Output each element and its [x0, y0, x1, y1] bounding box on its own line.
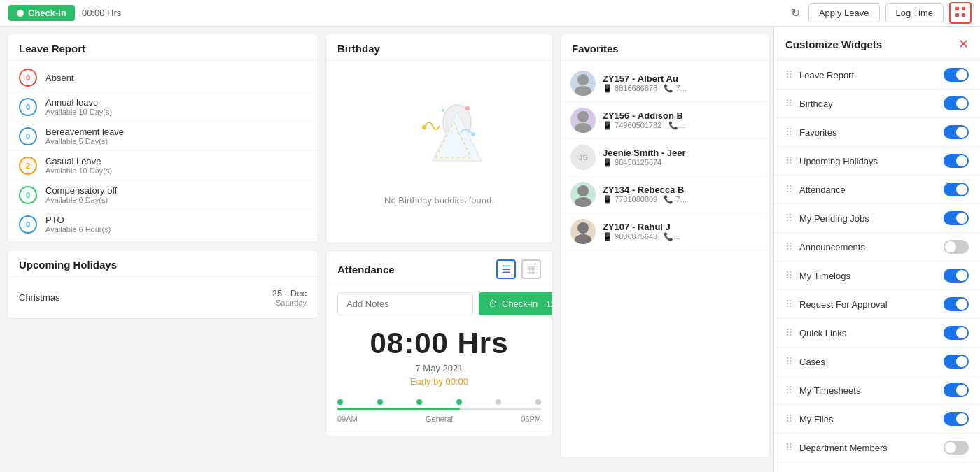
avatar [570, 71, 596, 96]
widget-toggle-favorites[interactable] [944, 125, 969, 139]
list-item: 0 PTO Available 6 Hour(s) [8, 210, 318, 239]
svg-marker-6 [433, 112, 482, 161]
widget-item-left: ⠿ Attendance [785, 184, 846, 195]
widget-label: Announcements [799, 242, 865, 252]
leave-name: Casual Leave [46, 156, 307, 166]
drag-icon: ⠿ [785, 356, 792, 367]
notes-input[interactable] [337, 292, 473, 315]
refresh-icon[interactable]: ↻ [788, 3, 803, 22]
attendance-early-tag: Early by 00:00 [337, 376, 541, 387]
widget-toggle-timelogs[interactable] [944, 269, 969, 283]
list-item: 0 Annual leave Available 10 Day(s) [8, 92, 318, 122]
widget-toggle-upcoming-holidays[interactable] [944, 154, 969, 168]
checkin-action-button[interactable]: ⏱ Check-in 11:51:02 am [479, 292, 553, 315]
checkin-action-label: Check-in [502, 299, 538, 309]
fav-contact: 📱 98458125674 [603, 158, 760, 167]
leave-available: Available 0 Day(s) [46, 196, 307, 204]
fav-name: ZY134 - Rebecca B [603, 185, 760, 195]
leave-badge-bereavement: 0 [19, 127, 37, 145]
fav-contact: 📱 9836875643 📞... [603, 232, 760, 241]
attendance-list-view-button[interactable]: ☰ [496, 259, 516, 279]
widget-label: Attendance [799, 185, 846, 195]
list-item[interactable]: ZY156 - Addison B 📱 74960501782 📞... [561, 102, 769, 139]
svg-rect-3 [962, 13, 965, 17]
widget-item-left: ⠿ Leave Report [785, 69, 854, 80]
widget-item-department-members: ⠿ Department Members [774, 434, 980, 462]
holiday-date-day: Saturday [272, 299, 307, 307]
svg-point-9 [471, 132, 475, 136]
widget-toggle-attendance[interactable] [944, 183, 969, 196]
leave-name: Bereavement leave [46, 127, 307, 137]
timeline-dots [337, 399, 541, 405]
widget-toggle-department-members[interactable] [944, 441, 969, 455]
leave-info: Absent [46, 73, 307, 83]
widget-toggle-pending-jobs[interactable] [944, 211, 969, 225]
avatar [570, 219, 596, 244]
svg-point-18 [578, 222, 589, 234]
widget-toggle-request-approval[interactable] [944, 297, 969, 311]
widget-toggle-my-files[interactable] [944, 412, 969, 426]
widget-toggle-quick-links[interactable] [944, 326, 969, 340]
widget-item-timelogs: ⠿ My Timelogs [774, 262, 980, 290]
attendance-calendar-view-button[interactable]: ▦ [522, 259, 541, 279]
list-item[interactable]: ZY107 - Rahul J 📱 9836875643 📞... [561, 213, 769, 250]
widget-label: Upcoming Holidays [799, 156, 878, 166]
clock-icon: ⏱ [489, 299, 498, 309]
widget-item-left: ⠿ My Timelogs [785, 270, 850, 281]
topbar: Check-in 00:00 Hrs ↻ Apply Leave Log Tim… [0, 0, 980, 27]
apply-leave-button[interactable]: Apply Leave [808, 3, 880, 22]
widget-item-timesheets: ⠿ My Timesheets [774, 376, 980, 405]
customize-widgets-button[interactable] [949, 2, 972, 24]
list-item[interactable]: ZY134 - Rebecca B 📱 7781080809 📞 7... [561, 176, 769, 213]
widget-toggle-birthday[interactable] [944, 96, 969, 110]
widget-label: Leave Report [799, 70, 854, 80]
leave-info: PTO Available 6 Hour(s) [46, 215, 307, 234]
widget-toggle-timesheets[interactable] [944, 383, 969, 397]
close-icon[interactable]: ✕ [958, 36, 969, 52]
widget-toggle-cases[interactable] [944, 355, 969, 369]
birthday-illustration [391, 98, 489, 184]
main-content: Leave Report 0 Absent 0 Annual leave Ava… [0, 27, 980, 472]
svg-rect-1 [962, 7, 965, 10]
svg-point-13 [575, 86, 592, 96]
svg-point-12 [578, 74, 589, 85]
timeline-labels: 09AM General 06PM [337, 415, 541, 423]
customize-header: Customize Widgets ✕ [774, 27, 980, 61]
leave-info: Bereavement leave Available 5 Day(s) [46, 127, 307, 145]
checkin-button[interactable]: Check-in [8, 5, 75, 21]
drag-icon: ⠿ [785, 155, 792, 166]
log-time-button[interactable]: Log Time [886, 3, 944, 22]
widget-label: Request For Approval [799, 299, 888, 310]
fav-contact: 📱 74960501782 📞... [603, 121, 760, 130]
drag-icon: ⠿ [785, 270, 792, 281]
widget-toggle-leave-report[interactable] [944, 68, 969, 82]
customize-widgets-panel: Customize Widgets ✕ ⠿ Leave Report ⠿ Bir… [774, 27, 980, 472]
topbar-left: Check-in 00:00 Hrs [8, 5, 121, 21]
list-item[interactable]: JS Jeenie Smith - Jeer 📱 98458125674 [561, 139, 769, 176]
checkin-label: Check-in [28, 8, 66, 18]
widget-item-leave-report: ⠿ Leave Report [774, 61, 980, 90]
widget-item-favorites: ⠿ Favorites [774, 118, 980, 147]
widget-label: Department Members [799, 443, 888, 453]
leave-report-card: Leave Report 0 Absent 0 Annual leave Ava… [7, 34, 318, 243]
timeline-dot [337, 399, 343, 405]
favorites-card: Favorites ZY157 - Albert Au 📱 8816686678… [560, 34, 770, 458]
leave-badge-pto: 0 [19, 215, 37, 234]
list-item[interactable]: ZY157 - Albert Au 📱 8816686678 📞 7... [561, 65, 769, 102]
widget-item-birthday: ⠿ Birthday [774, 90, 980, 118]
mid-column: Birthday [322, 27, 556, 472]
svg-rect-0 [955, 7, 959, 10]
widget-item-my-files: ⠿ My Files [774, 405, 980, 434]
list-item: 0 Compensatory off Available 0 Day(s) [8, 180, 318, 210]
favorites-body: ZY157 - Albert Au 📱 8816686678 📞 7... ZY… [561, 61, 769, 457]
leave-available: Available 5 Day(s) [46, 137, 307, 145]
widget-toggle-announcements[interactable] [944, 240, 969, 254]
list-item: 0 Bereavement leave Available 5 Day(s) [8, 122, 318, 151]
fav-info: Jeenie Smith - Jeer 📱 98458125674 [603, 148, 760, 167]
drag-icon: ⠿ [785, 442, 792, 453]
fav-name: ZY156 - Addison B [603, 110, 760, 121]
widget-item-request-approval: ⠿ Request For Approval [774, 290, 980, 319]
upcoming-holidays-title: Upcoming Holidays [8, 250, 318, 277]
widget-item-attendance: ⠿ Attendance [774, 176, 980, 204]
avatar [570, 182, 596, 207]
